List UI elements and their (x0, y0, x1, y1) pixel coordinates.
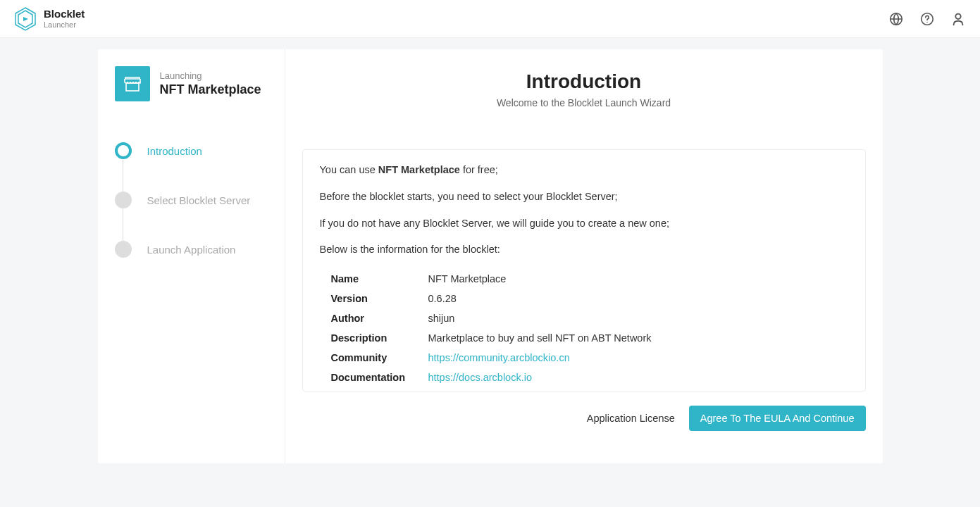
info-row-version: Version 0.6.28 (331, 289, 848, 308)
step-dot-icon (115, 192, 132, 208)
step-launch-application[interactable]: Launch Application (115, 241, 285, 258)
language-icon[interactable] (888, 11, 904, 27)
user-icon[interactable] (950, 11, 966, 27)
info-key: Name (331, 273, 428, 284)
application-license-link[interactable]: Application License (587, 413, 675, 424)
info-val: NFT Marketplace (428, 273, 507, 284)
wizard-main: Introduction Welcome to the Blocklet Lau… (285, 49, 883, 463)
help-icon[interactable] (919, 11, 935, 27)
brand-logo[interactable]: Blocklet Launcher (14, 6, 85, 32)
wizard-sidebar: Launching NFT Marketplace Introduction S… (98, 49, 285, 463)
documentation-link[interactable]: https://docs.arcblock.io (428, 372, 533, 383)
agree-continue-button[interactable]: Agree To The EULA And Continue (689, 406, 866, 431)
step-dot-icon (115, 142, 132, 159)
intro-content[interactable]: You can use NFT Marketplace for free; Be… (302, 149, 866, 392)
info-row-description: Description Marketplace to buy and sell … (331, 328, 848, 348)
info-row-community: Community https://community.arcblockio.c… (331, 348, 848, 368)
step-select-server[interactable]: Select Blocklet Server (115, 192, 285, 241)
info-row-name: Name NFT Marketplace (331, 269, 848, 289)
step-dot-icon (115, 241, 132, 258)
intro-line-4: Below is the information for the blockle… (320, 242, 848, 258)
page-title: Introduction (302, 70, 866, 93)
step-introduction[interactable]: Introduction (115, 142, 285, 192)
page-subtitle: Welcome to the Blocklet Launch Wizard (302, 97, 866, 108)
info-row-documentation: Documentation https://docs.arcblock.io (331, 368, 848, 387)
info-key: Documentation (331, 372, 428, 383)
svg-point-3 (955, 13, 960, 18)
info-val: 0.6.28 (428, 293, 457, 304)
wizard-container: Launching NFT Marketplace Introduction S… (98, 49, 883, 463)
svg-rect-4 (126, 83, 139, 91)
info-val: shijun (428, 313, 455, 324)
info-key: Community (331, 352, 428, 363)
launching-label: Launching (160, 70, 261, 81)
wizard-steps: Introduction Select Blocklet Server Laun… (115, 142, 285, 258)
info-key: Author (331, 313, 428, 324)
step-label: Launch Application (147, 244, 236, 256)
intro-line-1: You can use NFT Marketplace for free; (320, 163, 848, 178)
info-row-author: Author shijun (331, 308, 848, 328)
blocklet-logo-icon (14, 6, 37, 32)
intro-line-3: If you do not have any Blocklet Server, … (320, 216, 848, 232)
info-val: Marketplace to buy and sell NFT on ABT N… (428, 332, 652, 344)
brand-subtitle: Launcher (44, 20, 85, 29)
info-key: Version (331, 293, 428, 304)
app-name: NFT Marketplace (160, 82, 261, 97)
info-key: Description (331, 332, 428, 344)
intro-line-2: Before the blocklet starts, you need to … (320, 189, 848, 205)
blocklet-info-table: Name NFT Marketplace Version 0.6.28 Auth… (320, 269, 848, 387)
app-info-header: Launching NFT Marketplace (115, 66, 285, 101)
brand-title: Blocklet (44, 8, 85, 20)
app-header: Blocklet Launcher (0, 0, 980, 38)
svg-point-2 (926, 21, 927, 22)
marketplace-icon (115, 66, 150, 101)
community-link[interactable]: https://community.arcblockio.cn (428, 352, 570, 363)
step-label: Introduction (147, 145, 202, 157)
wizard-footer: Application License Agree To The EULA An… (302, 406, 866, 431)
step-label: Select Blocklet Server (147, 194, 251, 206)
